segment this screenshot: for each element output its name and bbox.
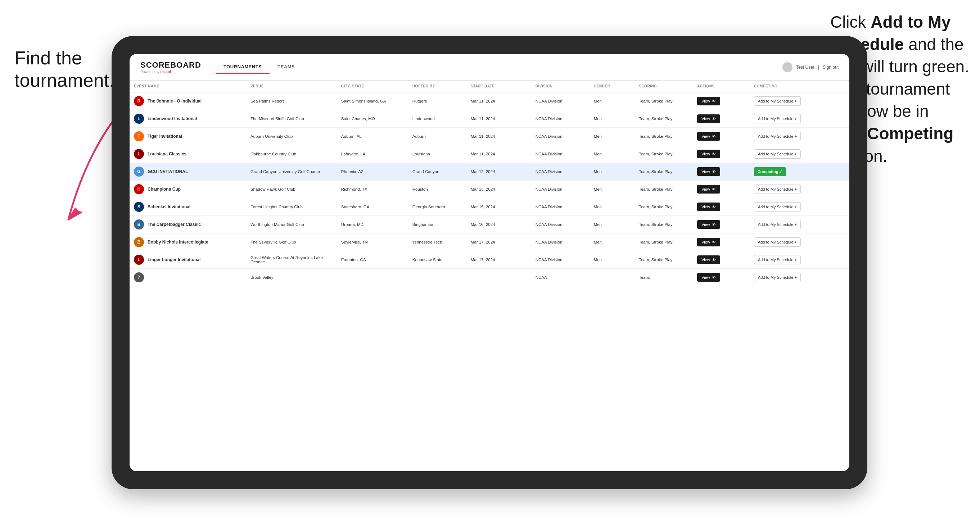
city-cell: Saint Charles, MO [337,110,408,128]
division-cell: NCAA Division I [531,198,590,216]
tab-teams[interactable]: TEAMS [270,60,303,74]
sign-out-link[interactable]: Sign out [823,65,838,70]
eye-icon: 👁 [712,99,716,103]
view-button[interactable]: View 👁 [697,167,720,176]
scoring-cell: Team, Stroke Play [635,145,693,163]
division-cell: NCAA Division I [531,92,590,110]
tournaments-table: EVENT NAME VENUE CITY, STATE HOSTED BY S… [130,81,850,286]
venue-cell: Great Waters Course At Reynolds Lake Oco… [246,251,337,269]
team-logo: ? [134,272,144,283]
col-header-gender: GENDER [590,81,635,92]
actions-cell: View 👁 [693,145,750,163]
view-button[interactable]: View 👁 [697,114,720,123]
eye-icon: 👁 [712,257,716,262]
table-row: L Linger Longer Invitational Great Water… [130,251,850,269]
scoring-cell: Team, Stroke Play [635,128,693,145]
scoring-cell: Team, Stroke Play [635,163,693,181]
event-cell: T Tiger Invitational [134,131,242,141]
eye-icon: 👁 [712,134,716,138]
actions-cell: View 👁 [693,128,750,145]
add-schedule-button[interactable]: Add to My Schedule + [754,114,801,124]
add-schedule-button[interactable]: Add to My Schedule + [754,202,801,211]
view-button[interactable]: View 👁 [697,185,720,194]
table-row: B Bobby Nichols Intercollegiate The Sevi… [130,233,850,251]
user-avatar [783,62,792,72]
division-cell: NCAA Division I [531,110,590,128]
event-cell: L Louisiana Classics [134,149,242,159]
gender-cell: Men [590,145,635,163]
division-cell: NCAA Division I [531,233,590,251]
view-button[interactable]: View 👁 [697,203,720,211]
event-cell: S Schenkel Invitational [134,202,242,212]
table-row: L Lindenwood Invitational The Missouri B… [130,110,850,128]
event-name: The Johnnie - O Individual [148,98,202,103]
competing-cell: Add to My Schedule + [750,216,850,233]
view-button[interactable]: View 👁 [697,150,720,158]
competing-cell: Add to My Schedule + [750,269,850,286]
table-row: H Champions Cup Shadow Hawk Golf Club Ri… [130,181,850,198]
table-row: S Schenkel Invitational Forest Heights C… [130,198,850,216]
competing-cell: Add to My Schedule + [750,181,850,198]
eye-icon: 👁 [712,170,716,174]
view-button[interactable]: View 👁 [697,273,720,282]
scoring-cell: Team, Stroke Play [635,233,693,251]
city-cell: Saint Simons Island, GA [337,92,408,110]
view-button[interactable]: View 👁 [697,238,720,246]
competing-cell: Add to My Schedule + [750,128,850,145]
actions-cell: View 👁 [693,269,750,286]
hosted-cell: Houston [408,181,466,198]
add-schedule-button[interactable]: Add to My Schedule + [754,237,801,247]
venue-cell: Grand Canyon University Golf Course [246,163,337,181]
division-cell: NCAA Division I [531,145,590,163]
add-schedule-button[interactable]: Add to My Schedule + [754,273,801,282]
gender-cell: Men [590,163,635,181]
event-name: The Carpetbagger Classic [148,222,201,227]
hosted-cell: Binghamton [408,216,466,233]
team-logo: B [134,237,144,247]
add-schedule-button[interactable]: Add to My Schedule + [754,132,801,141]
actions-cell: View 👁 [693,110,750,128]
division-cell: NCAA Division I [531,163,590,181]
division-cell: NCAA Division I [531,251,590,269]
add-schedule-button[interactable]: Add to My Schedule + [754,255,801,264]
hosted-cell: Kennesaw State [408,251,466,269]
view-button[interactable]: View 👁 [697,220,720,229]
venue-cell: Worthington Manor Golf Club [246,216,337,233]
table-row: B The Carpetbagger Classic Worthington M… [130,216,850,233]
date-cell: Mar 11, 2024 [466,110,531,128]
view-button[interactable]: View 👁 [697,132,720,141]
city-cell: Eatonton, GA [337,251,408,269]
view-button[interactable]: View 👁 [697,97,720,105]
actions-cell: View 👁 [693,233,750,251]
division-cell: NCAA [531,269,590,286]
scoring-cell: Team, [635,269,693,286]
eye-icon: 👁 [712,205,716,209]
city-cell: Phoenix, AZ [337,163,408,181]
actions-cell: View 👁 [693,198,750,216]
add-schedule-button[interactable]: Add to My Schedule + [754,220,801,229]
add-schedule-button[interactable]: Add to My Schedule + [754,149,801,159]
eye-icon: 👁 [712,240,716,244]
gender-cell: Men [590,233,635,251]
app-header: SCOREBOARD Powered by clippd TOURNAMENTS… [130,54,850,81]
event-name: Champions Cup [148,187,181,192]
hosted-cell: Georgia Southern [408,198,466,216]
tab-tournaments[interactable]: TOURNAMENTS [216,60,270,74]
add-schedule-button[interactable]: Add to My Schedule + [754,97,801,106]
gender-cell: Men [590,181,635,198]
city-cell: Statesboro, GA [337,198,408,216]
col-header-competing: COMPETING [750,81,850,92]
competing-button[interactable]: Competing ✓ [754,167,786,176]
table-row: T Tiger Invitational Auburn University C… [130,128,850,145]
scoring-cell: Team, Stroke Play [635,181,693,198]
table-row: R The Johnnie - O Individual Sea Palms R… [130,92,850,110]
add-schedule-button[interactable]: Add to My Schedule + [754,184,801,194]
event-cell: R The Johnnie - O Individual [134,96,242,106]
venue-cell: The Sevierville Golf Club [246,233,337,251]
event-cell: B The Carpetbagger Classic [134,219,242,230]
hosted-cell: Lindenwood [408,110,466,128]
team-logo: G [134,167,144,177]
col-header-division: DIVISION [531,81,590,92]
logo-area: SCOREBOARD Powered by clippd [140,60,201,74]
view-button[interactable]: View 👁 [697,256,720,264]
